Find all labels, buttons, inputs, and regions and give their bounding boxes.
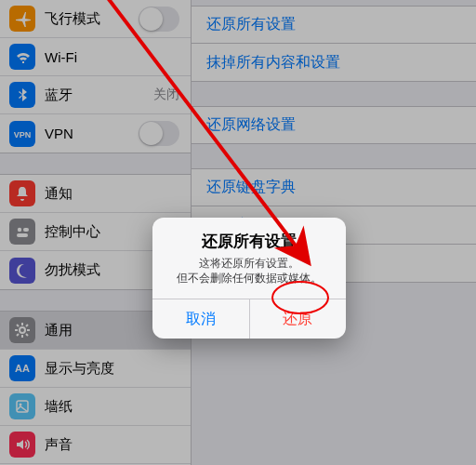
alert-message: 这将还原所有设置。但不会删除任何数据或媒体。 (152, 254, 346, 299)
alert-cancel-button[interactable]: 取消 (152, 299, 250, 339)
alert-confirm-button[interactable]: 还原 (250, 299, 347, 339)
alert-title: 还原所有设置 (152, 218, 346, 254)
confirm-alert: 还原所有设置 这将还原所有设置。但不会删除任何数据或媒体。 取消 还原 (152, 218, 346, 339)
